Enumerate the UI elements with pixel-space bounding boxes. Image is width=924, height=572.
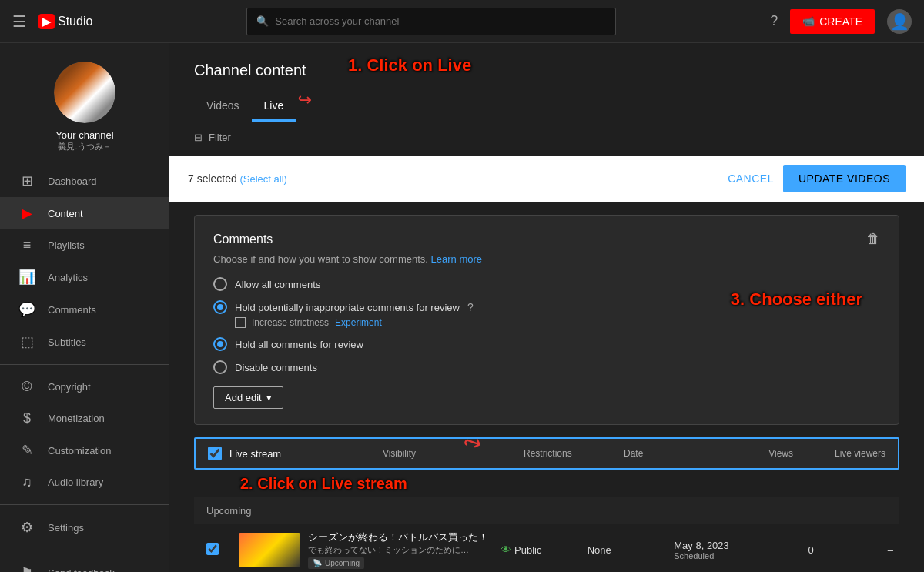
radio-circle-hold-all xyxy=(213,337,227,351)
tab-videos[interactable]: Videos xyxy=(194,92,252,122)
visibility-col-header: Visibility xyxy=(383,448,416,459)
search-icon: 🔍 xyxy=(256,15,269,27)
create-icon: 📹 xyxy=(802,15,815,27)
sidebar-item-dashboard[interactable]: ⊞ Dashboard xyxy=(0,165,169,197)
increase-strictness-row: Increase strictness Experiment xyxy=(235,317,880,328)
add-edit-button[interactable]: Add edit ▾ xyxy=(213,386,283,409)
sidebar-item-subtitles[interactable]: ⬚ Subtitles xyxy=(0,326,169,358)
eye-icon: 👁 xyxy=(500,544,511,556)
comments-panel-title: Comments xyxy=(213,232,273,246)
radio-hold-all[interactable]: Hold all comments for review xyxy=(213,337,880,351)
visibility-badge: 👁 Public xyxy=(500,544,575,556)
bulk-edit-bar: 7 selected (Select all) CANCEL UPDATE VI… xyxy=(169,156,924,202)
tabs: Videos Live ↩ xyxy=(194,92,899,122)
monetization-icon: $ xyxy=(18,410,35,426)
views-col-header: Views xyxy=(732,448,793,459)
live-stream-checkbox[interactable] xyxy=(208,447,222,460)
tab-live[interactable]: Live ↩ xyxy=(252,92,296,122)
avatar[interactable]: 👤 xyxy=(887,9,912,34)
filter-icon: ⊟ xyxy=(194,132,203,143)
channel-subtitle: 義見.うつみ－ xyxy=(58,141,111,152)
channel-info: Your channel 義見.うつみ－ xyxy=(0,49,169,162)
filter-bar: ⊟ Filter xyxy=(194,122,899,152)
help-circle-icon[interactable]: ? xyxy=(467,301,474,313)
cancel-button[interactable]: CANCEL xyxy=(728,172,774,185)
radio-disable[interactable]: Disable comments xyxy=(213,360,880,374)
content-icon: ▶ xyxy=(18,205,35,222)
bulk-selected-count: 7 selected xyxy=(188,172,237,185)
video-desc: でも終わってない！ミッションのために… xyxy=(308,544,488,556)
broadcast-icon: 📡 xyxy=(313,559,322,567)
radio-circle-disable xyxy=(213,360,227,374)
restrictions-cell: None xyxy=(581,544,668,556)
experiment-link[interactable]: Experiment xyxy=(335,317,382,328)
page-title: Channel content xyxy=(194,62,306,79)
sidebar-item-copyright[interactable]: © Copyright xyxy=(0,371,169,403)
annotation-step1: 1. Click on Live xyxy=(348,55,471,75)
learn-more-link[interactable]: Learn more xyxy=(431,253,482,265)
live-stream-row: Live stream Visibility Restrictions Date… xyxy=(194,437,899,470)
date-cell: May 8, 2023 Scheduled xyxy=(668,540,762,560)
comments-panel: Comments 🗑 Choose if and how you want to… xyxy=(194,215,899,425)
views-cell: 0 xyxy=(762,544,819,556)
select-all-link[interactable]: (Select all) xyxy=(239,173,286,185)
channel-avatar[interactable] xyxy=(54,62,116,123)
create-button[interactable]: 📹 CREATE xyxy=(790,9,875,34)
restrictions-col-header: Restrictions xyxy=(524,448,616,459)
video-title: シーズンが終わる！バトルパス買った！ xyxy=(308,530,488,544)
comments-icon: 💬 xyxy=(18,301,35,318)
radio-circle-hold-inappropriate xyxy=(213,300,227,314)
settings-icon: ⚙ xyxy=(18,519,35,536)
sidebar-item-settings[interactable]: ⚙ Settings xyxy=(0,511,169,544)
sidebar: Your channel 義見.うつみ－ ⊞ Dashboard ▶ Conte… xyxy=(0,43,169,572)
copyright-icon: © xyxy=(18,379,35,395)
topnav: ☰ ▶ Studio 🔍 ? 📹 CREATE 👤 xyxy=(0,0,924,43)
thumbnail xyxy=(239,533,300,567)
sidebar-item-comments[interactable]: 💬 Comments xyxy=(0,293,169,326)
annotation-step2: 2. Click on Live stream xyxy=(240,475,407,492)
hamburger-icon[interactable]: ☰ xyxy=(12,12,26,31)
sidebar-item-monetization[interactable]: $ Monetization xyxy=(0,403,169,434)
row-checkbox[interactable] xyxy=(206,543,219,555)
sidebar-item-audio-library[interactable]: ♫ Audio library xyxy=(0,467,169,498)
radio-circle-allow xyxy=(213,277,227,291)
main-content: Channel content 1. Click on Live Videos … xyxy=(169,43,924,572)
sidebar-item-playlists[interactable]: ≡ Playlists xyxy=(0,229,169,261)
delete-icon[interactable]: 🗑 xyxy=(866,231,880,247)
subtitles-icon: ⬚ xyxy=(18,333,35,350)
sidebar-item-send-feedback[interactable]: ⚑ Send feedback xyxy=(0,557,169,572)
sidebar-item-analytics[interactable]: 📊 Analytics xyxy=(0,261,169,293)
analytics-icon: 📊 xyxy=(18,269,35,286)
youtube-icon: ▶ xyxy=(38,14,55,29)
playlists-icon: ≡ xyxy=(18,237,35,253)
comments-options: Allow all comments Hold potentially inap… xyxy=(213,277,880,374)
help-icon[interactable]: ? xyxy=(770,13,778,29)
sidebar-item-content[interactable]: ▶ Content xyxy=(0,197,169,229)
customization-icon: ✎ xyxy=(18,442,35,459)
upcoming-badge: 📡 Upcoming xyxy=(308,557,364,569)
update-videos-button[interactable]: UPDATE VIDEOS xyxy=(783,165,906,192)
sidebar-nav: ⊞ Dashboard ▶ Content ≡ Playlists 📊 Anal… xyxy=(0,162,169,572)
filter-label: Filter xyxy=(209,132,231,143)
live-viewers-col-header: Live viewers xyxy=(801,448,886,459)
search-bar: 🔍 xyxy=(246,8,616,35)
radio-allow-all[interactable]: Allow all comments xyxy=(213,277,880,291)
studio-label: Studio xyxy=(58,15,92,28)
feedback-icon: ⚑ xyxy=(18,564,35,572)
dropdown-arrow-icon: ▾ xyxy=(266,392,272,403)
section-upcoming: Upcoming xyxy=(194,497,899,524)
strictness-checkbox[interactable] xyxy=(235,317,246,328)
sidebar-item-customization[interactable]: ✎ Customization xyxy=(0,434,169,467)
radio-hold-inappropriate[interactable]: Hold potentially inappropriate comments … xyxy=(213,300,880,314)
live-viewers-cell: – xyxy=(820,544,899,556)
youtube-studio-logo: ▶ Studio xyxy=(38,14,92,29)
date-col-header: Date xyxy=(624,448,724,459)
dashboard-icon: ⊞ xyxy=(18,172,35,189)
audio-library-icon: ♫ xyxy=(18,474,35,490)
search-input[interactable] xyxy=(275,15,606,27)
table: Upcoming シーズンが終わる！バトルパス買った！ でも終わってない！ミッシ… xyxy=(194,497,899,572)
comments-desc: Choose if and how you want to show comme… xyxy=(213,253,880,265)
live-stream-label: Live stream xyxy=(229,448,281,460)
channel-name: Your channel xyxy=(55,129,113,141)
table-row: シーズンが終わる！バトルパス買った！ でも終わってない！ミッションのために… 📡… xyxy=(194,524,899,572)
